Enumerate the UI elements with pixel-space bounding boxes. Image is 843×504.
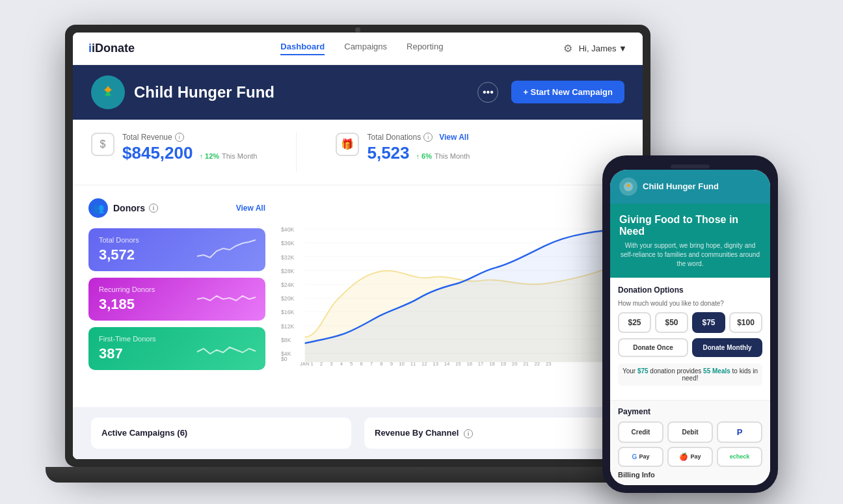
donors-title: Donors i [113,203,158,213]
donation-subtitle: How much would you like to donate? [618,300,762,307]
bottom-section: Active Campaigns (6) Revenue By Channel … [73,407,643,459]
gpay-button[interactable]: GPay [618,447,663,467]
svg-text:4: 4 [340,360,343,366]
svg-text:20: 20 [512,360,518,366]
phone-payment-section: Payment Credit Debit P GPay 🍎Pay [610,400,770,485]
phone-notch-bar [610,163,770,170]
svg-text:9: 9 [390,360,393,366]
revenue-channel-title: Revenue By Channel i [375,428,614,438]
donors-view-all[interactable]: View All [236,204,265,213]
donations-period: This Month [435,152,470,160]
laptop-base [46,467,670,483]
svg-text:23: 23 [546,360,552,366]
phone-donation-section: Donation Options How much would you like… [610,278,770,400]
svg-text:$40K: $40K [281,226,294,233]
stat-divider [296,133,297,172]
nav-dashboard[interactable]: Dashboard [280,42,325,55]
frequency-grid: Donate Once Donate Monthly [618,338,762,357]
billing-info-title: Billing Info [618,471,762,479]
amount-50-button[interactable]: $50 [655,312,688,333]
revenue-channel-info-icon[interactable]: i [464,429,473,438]
donations-label: Total Donations i View All [367,133,470,142]
svg-text:13: 13 [433,360,438,366]
donations-value: 5,523 [367,143,409,163]
svg-text:19: 19 [501,360,507,366]
start-campaign-button[interactable]: + Start New Campaign [511,81,624,103]
app-logo: iiDonate [88,42,135,55]
active-campaigns-card: Active Campaigns (6) [91,418,351,449]
donate-monthly-button[interactable]: Donate Monthly [692,338,762,357]
echeck-button[interactable]: echeck [717,447,762,467]
hero-banner: Child Hunger Fund ••• + Start New Campai… [73,65,643,120]
amount-100-button[interactable]: $100 [729,312,762,333]
donations-change: ↑ 6% [416,152,432,160]
svg-text:14: 14 [444,360,450,366]
hero-org-title: Child Hunger Fund [134,83,477,101]
payment-title: Payment [618,407,762,416]
revenue-change: ↑ 12% [199,152,219,160]
donors-info-icon[interactable]: i [149,204,158,213]
svg-text:15: 15 [455,360,461,366]
svg-text:$24K: $24K [281,282,294,288]
nav-right: ⚙ Hi, James ▼ [563,42,627,55]
amount-grid: $25 $50 $75 $100 [618,312,762,333]
first-time-donors-card: First-Time Donors 387 [88,327,265,370]
svg-text:12: 12 [421,360,427,366]
revenue-info-icon[interactable]: i [175,133,184,142]
donors-left: 👥 Donors i View All Total Donors [73,185,281,407]
phone-device: Child Hunger Fund Giving Food to Those i… [602,155,778,493]
svg-text:5: 5 [350,360,353,366]
svg-text:18: 18 [489,360,495,366]
payment-methods-row2: GPay 🍎Pay echeck [618,447,762,467]
stats-row: $ Total Revenue i $845,200 ↑ 12% This Mo… [73,120,643,185]
donations-info-icon[interactable]: i [423,133,433,142]
active-campaigns-title: Active Campaigns (6) [101,428,341,438]
revenue-value: $845,200 [122,143,193,163]
svg-text:16: 16 [466,360,472,366]
donations-view-all[interactable]: View All [439,133,468,142]
phone-hero-text: With your support, we bring hope, dignit… [619,241,761,269]
phone-header: Child Hunger Fund [610,170,770,204]
recurring-donors-card: Recurring Donors 3,185 [88,278,265,321]
main-content: $ Total Revenue i $845,200 ↑ 12% This Mo… [73,120,643,459]
svg-text:3: 3 [330,360,332,366]
svg-text:22: 22 [535,360,541,366]
revenue-stat: $ Total Revenue i $845,200 ↑ 12% This Mo… [91,133,257,163]
paypal-button[interactable]: P [717,421,762,443]
impact-amount: $75 [637,367,649,375]
svg-text:6: 6 [360,360,363,366]
svg-text:17: 17 [478,360,484,366]
donations-stat: 🎁 Total Donations i View All 5,523 ↑ 6% … [336,133,470,163]
user-menu[interactable]: Hi, James ▼ [579,44,627,53]
svg-text:$32K: $32K [281,254,294,260]
svg-text:8: 8 [380,360,382,366]
gear-icon[interactable]: ⚙ [563,42,572,55]
hero-more-button[interactable]: ••• [477,82,498,103]
credit-button[interactable]: Credit [618,421,663,443]
debit-button[interactable]: Debit [667,421,713,443]
revenue-icon: $ [91,133,114,156]
nav-reporting[interactable]: Reporting [407,42,443,55]
svg-text:$8K: $8K [281,336,291,343]
impact-text: Your $75 donation provides 55 Meals to k… [618,364,762,386]
impact-meals: 55 Meals [703,367,730,375]
chart-area: $40K $36K $32K $28K $24K $20K $16K $12K … [281,185,643,407]
nav-campaigns[interactable]: Campaigns [344,42,387,55]
svg-text:$36K: $36K [281,240,294,246]
svg-text:11: 11 [410,360,416,366]
svg-text:$16K: $16K [281,309,294,315]
phone-notch [671,165,710,168]
donate-once-button[interactable]: Donate Once [618,338,688,357]
applepay-button[interactable]: 🍎Pay [667,447,713,467]
donors-icon: 👥 [88,198,108,218]
svg-text:$20K: $20K [281,295,294,302]
phone-hero-title: Giving Food to Those in Need [619,214,761,237]
revenue-label: Total Revenue i [122,133,257,142]
revenue-period: This Month [222,152,257,160]
org-logo [91,75,125,109]
svg-text:$28K: $28K [281,267,294,274]
amount-75-button[interactable]: $75 [692,312,725,333]
revenue-channel-card: Revenue By Channel i [364,418,624,449]
amount-25-button[interactable]: $25 [618,312,651,333]
nav-links: Dashboard Campaigns Reporting [161,42,563,55]
